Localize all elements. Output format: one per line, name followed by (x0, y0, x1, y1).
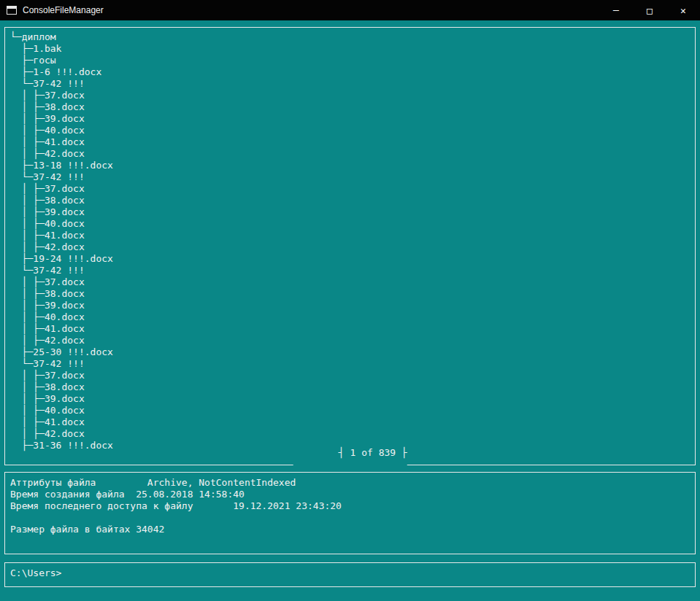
app-icon (7, 6, 17, 15)
tree-node: │ ├─39.docx (10, 300, 690, 311)
minimize-button[interactable]: ─ (599, 0, 633, 20)
tree-node: │ ├─37.docx (10, 276, 690, 288)
file-tree: └─диплом ├─1.bak ├─госы ├─1-6 !!!.docx └… (10, 31, 690, 451)
tree-node: │ ├─38.docx (10, 101, 690, 113)
tree-node: └─37-42 !!! (10, 171, 690, 183)
tree-node: │ ├─40.docx (10, 125, 690, 136)
tree-node: │ ├─38.docx (10, 195, 690, 206)
page-indicator-label: ┤ 1 of 839 ├ (339, 447, 407, 458)
file-info-line (10, 512, 690, 524)
file-info-panel: Аттрибуты файла Archive, NotContentIndex… (4, 472, 696, 554)
tree-node: │ ├─40.docx (10, 218, 690, 230)
window-title: ConsoleFileManager (23, 5, 104, 15)
file-info-line: Время последнего доступа к файлу 19.12.2… (10, 500, 690, 512)
page-indicator: ┤ 1 of 839 ├ (293, 435, 407, 470)
tree-node: ├─19-24 !!!.docx (10, 253, 690, 265)
window: ConsoleFileManager ─ □ ✕ └─диплом ├─1.ba… (0, 0, 700, 601)
tree-node: └─37-42 !!! (10, 78, 690, 90)
console-area: └─диплом ├─1.bak ├─госы ├─1-6 !!!.docx └… (0, 20, 700, 601)
command-panel: C:\Users> (4, 562, 696, 587)
file-tree-panel: └─диплом ├─1.bak ├─госы ├─1-6 !!!.docx └… (4, 27, 696, 465)
tree-node: │ ├─39.docx (10, 113, 690, 125)
close-icon: ✕ (680, 5, 686, 16)
minimize-icon: ─ (613, 5, 619, 16)
maximize-icon: □ (647, 5, 653, 16)
maximize-button[interactable]: □ (633, 0, 666, 20)
command-prompt[interactable]: C:\Users> (10, 567, 690, 579)
tree-node: │ ├─41.docx (10, 136, 690, 148)
tree-node: │ ├─38.docx (10, 381, 690, 393)
file-info-line: Аттрибуты файла Archive, NotContentIndex… (10, 477, 690, 489)
tree-node: ├─госы (10, 55, 690, 66)
tree-node: │ ├─40.docx (10, 405, 690, 416)
tree-node: │ ├─38.docx (10, 288, 690, 300)
tree-node: ├─13-18 !!!.docx (10, 160, 690, 171)
file-info: Аттрибуты файла Archive, NotContentIndex… (10, 477, 690, 535)
tree-node: │ ├─37.docx (10, 90, 690, 101)
close-button[interactable]: ✕ (666, 0, 700, 20)
titlebar[interactable]: ConsoleFileManager ─ □ ✕ (0, 0, 700, 20)
tree-node: ├─1.bak (10, 43, 690, 55)
file-info-line: Размер файла в байтах 34042 (10, 524, 690, 535)
tree-node: │ ├─41.docx (10, 416, 690, 428)
tree-node: │ ├─41.docx (10, 323, 690, 335)
tree-node: │ ├─37.docx (10, 370, 690, 381)
tree-node: │ ├─37.docx (10, 183, 690, 195)
window-controls: ─ □ ✕ (599, 0, 700, 20)
tree-node: │ ├─40.docx (10, 311, 690, 323)
tree-node: │ ├─42.docx (10, 148, 690, 160)
tree-node: │ ├─39.docx (10, 206, 690, 218)
tree-node: ├─25-30 !!!.docx (10, 346, 690, 358)
tree-node: └─диплом (10, 31, 690, 43)
tree-node: ├─1-6 !!!.docx (10, 66, 690, 78)
tree-node: │ ├─42.docx (10, 335, 690, 346)
tree-node: │ ├─39.docx (10, 393, 690, 405)
tree-node: │ ├─42.docx (10, 241, 690, 253)
file-info-line: Время создания файла 25.08.2018 14:58:40 (10, 489, 690, 500)
tree-node: └─37-42 !!! (10, 358, 690, 370)
tree-node: └─37-42 !!! (10, 265, 690, 276)
tree-node: │ ├─41.docx (10, 230, 690, 241)
